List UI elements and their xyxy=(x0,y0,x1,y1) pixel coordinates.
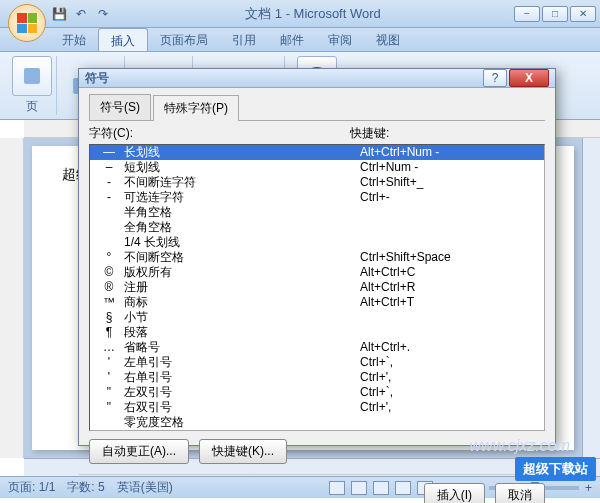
list-description: 零宽度空格 xyxy=(124,415,360,430)
list-description: 1/4 长划线 xyxy=(124,235,360,250)
list-description: 不间断空格 xyxy=(124,250,360,265)
list-shortcut xyxy=(360,325,540,340)
list-item[interactable]: ¶段落 xyxy=(90,325,544,340)
list-shortcut xyxy=(360,415,540,430)
list-shortcut: Alt+Ctrl+Num - xyxy=(360,145,540,160)
list-description: 省略号 xyxy=(124,340,360,355)
office-logo-icon xyxy=(17,13,37,33)
list-item[interactable]: —长划线Alt+Ctrl+Num - xyxy=(90,145,544,160)
list-symbol: © xyxy=(94,265,124,280)
list-item[interactable]: 零宽度空格 xyxy=(90,415,544,430)
dialog-titlebar[interactable]: 符号 ? X xyxy=(79,69,555,88)
list-shortcut: Ctrl+Shift+_ xyxy=(360,175,540,190)
tab-special-chars[interactable]: 特殊字符(P) xyxy=(153,95,239,121)
list-symbol: § xyxy=(94,310,124,325)
shortcut-key-button[interactable]: 快捷键(K)... xyxy=(199,439,287,464)
list-symbol: " xyxy=(94,385,124,400)
list-shortcut: Ctrl+Shift+Space xyxy=(360,250,540,265)
symbol-dialog: 符号 ? X 符号(S) 特殊字符(P) 字符(C): 快捷键: —长划线Alt… xyxy=(78,68,556,446)
list-description: 左单引号 xyxy=(124,355,360,370)
list-item[interactable]: -不间断连字符Ctrl+Shift+_ xyxy=(90,175,544,190)
list-description: 不间断连字符 xyxy=(124,175,360,190)
list-description: 小节 xyxy=(124,310,360,325)
list-item[interactable]: "右双引号Ctrl+', xyxy=(90,400,544,415)
list-shortcut: Alt+Ctrl+R xyxy=(360,280,540,295)
list-shortcut xyxy=(360,220,540,235)
list-description: 左双引号 xyxy=(124,385,360,400)
list-description: 商标 xyxy=(124,295,360,310)
list-item[interactable]: '右单引号Ctrl+', xyxy=(90,370,544,385)
dialog-body: 符号(S) 特殊字符(P) 字符(C): 快捷键: —长划线Alt+Ctrl+N… xyxy=(79,88,555,474)
dialog-footer: 插入(I) 取消 xyxy=(79,474,555,503)
list-description: 段落 xyxy=(124,325,360,340)
list-item[interactable]: §小节 xyxy=(90,310,544,325)
dialog-title: 符号 xyxy=(85,70,483,87)
list-item[interactable]: …省略号Alt+Ctrl+. xyxy=(90,340,544,355)
watermark-badge: 超级下载站 xyxy=(515,457,596,481)
dialog-tabs: 符号(S) 特殊字符(P) xyxy=(89,94,545,121)
dialog-help-button[interactable]: ? xyxy=(483,69,507,87)
list-symbol: " xyxy=(94,400,124,415)
dialog-close-button[interactable]: X xyxy=(509,69,549,87)
list-symbol: ° xyxy=(94,250,124,265)
list-shortcut: Ctrl+- xyxy=(360,190,540,205)
list-item[interactable]: '左单引号Ctrl+`, xyxy=(90,355,544,370)
list-description: 半角空格 xyxy=(124,205,360,220)
list-symbol: ¶ xyxy=(94,325,124,340)
cancel-button[interactable]: 取消 xyxy=(495,483,545,503)
autocorrect-button[interactable]: 自动更正(A)... xyxy=(89,439,189,464)
list-shortcut xyxy=(360,205,540,220)
list-symbol xyxy=(94,220,124,235)
list-symbol: ™ xyxy=(94,295,124,310)
list-shortcut: Alt+Ctrl+T xyxy=(360,295,540,310)
header-character: 字符(C): xyxy=(89,125,169,142)
list-item[interactable]: -可选连字符Ctrl+- xyxy=(90,190,544,205)
header-shortcut: 快捷键: xyxy=(350,125,545,142)
list-description: 短划线 xyxy=(124,160,360,175)
list-symbol: - xyxy=(94,175,124,190)
watermark-url: www.cjxz.com xyxy=(470,437,570,455)
list-symbol xyxy=(94,235,124,250)
tab-symbols[interactable]: 符号(S) xyxy=(89,94,151,120)
list-item[interactable]: 1/4 长划线 xyxy=(90,235,544,250)
list-symbol: ® xyxy=(94,280,124,295)
list-item[interactable]: °不间断空格Ctrl+Shift+Space xyxy=(90,250,544,265)
dialog-overlay: 符号 ? X 符号(S) 特殊字符(P) 字符(C): 快捷键: —长划线Alt… xyxy=(0,0,600,503)
list-symbol: - xyxy=(94,190,124,205)
list-description: 版权所有 xyxy=(124,265,360,280)
list-shortcut: Ctrl+`, xyxy=(360,355,540,370)
list-symbol: — xyxy=(94,145,124,160)
list-shortcut xyxy=(360,310,540,325)
list-description: 长划线 xyxy=(124,145,360,160)
list-symbol xyxy=(94,205,124,220)
list-description: 注册 xyxy=(124,280,360,295)
insert-button[interactable]: 插入(I) xyxy=(424,483,485,503)
special-char-list[interactable]: —长划线Alt+Ctrl+Num -–短划线Ctrl+Num --不间断连字符C… xyxy=(89,144,545,431)
list-description: 右双引号 xyxy=(124,400,360,415)
list-item[interactable]: 全角空格 xyxy=(90,220,544,235)
list-shortcut: Alt+Ctrl+. xyxy=(360,340,540,355)
list-description: 全角空格 xyxy=(124,220,360,235)
list-shortcut: Alt+Ctrl+C xyxy=(360,265,540,280)
list-shortcut xyxy=(360,235,540,250)
list-shortcut: Ctrl+`, xyxy=(360,385,540,400)
list-item[interactable]: –短划线Ctrl+Num - xyxy=(90,160,544,175)
list-shortcut: Ctrl+Num - xyxy=(360,160,540,175)
list-item[interactable]: "左双引号Ctrl+`, xyxy=(90,385,544,400)
list-item[interactable]: 半角空格 xyxy=(90,205,544,220)
list-symbol: – xyxy=(94,160,124,175)
list-symbol: … xyxy=(94,340,124,355)
list-symbol: ' xyxy=(94,370,124,385)
list-item[interactable]: ™商标Alt+Ctrl+T xyxy=(90,295,544,310)
list-symbol: ' xyxy=(94,355,124,370)
list-description: 可选连字符 xyxy=(124,190,360,205)
list-headers: 字符(C): 快捷键: xyxy=(89,125,545,142)
list-shortcut: Ctrl+', xyxy=(360,370,540,385)
list-shortcut: Ctrl+', xyxy=(360,400,540,415)
list-item[interactable]: ©版权所有Alt+Ctrl+C xyxy=(90,265,544,280)
office-button[interactable] xyxy=(8,4,46,42)
list-symbol xyxy=(94,415,124,430)
list-item[interactable]: ®注册Alt+Ctrl+R xyxy=(90,280,544,295)
list-description: 右单引号 xyxy=(124,370,360,385)
